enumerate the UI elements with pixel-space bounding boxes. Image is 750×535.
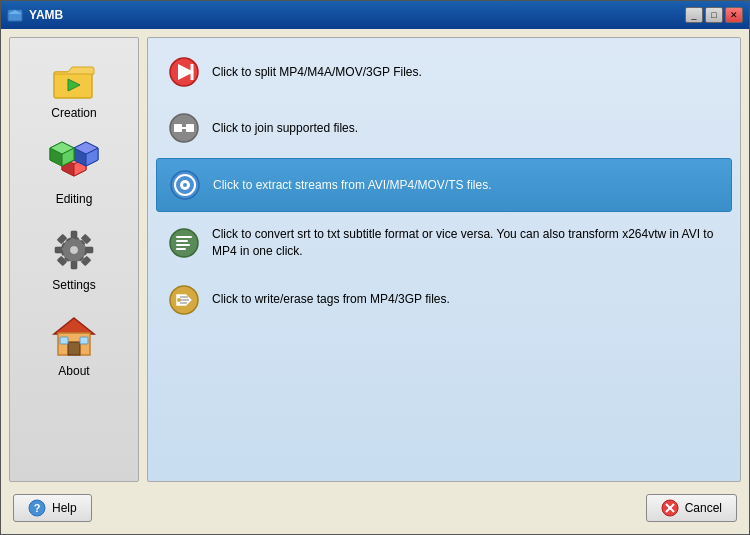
sidebar-item-editing[interactable]: Editing xyxy=(19,132,129,214)
creation-icon xyxy=(50,54,98,102)
svg-rect-32 xyxy=(80,337,88,344)
sidebar-item-creation[interactable]: Creation xyxy=(19,46,129,128)
settings-icon xyxy=(50,226,98,274)
sidebar-item-about[interactable]: About xyxy=(19,304,129,386)
help-icon: ? xyxy=(28,499,46,517)
svg-rect-47 xyxy=(176,244,190,246)
extract-text: Click to extract streams from AVI/MP4/MO… xyxy=(213,177,492,194)
join-icon xyxy=(168,112,200,144)
main-area: Creation xyxy=(9,37,741,482)
content-panel: Click to split MP4/M4A/MOV/3GP Files. Cl… xyxy=(147,37,741,482)
cancel-icon xyxy=(661,499,679,517)
sidebar-settings-label: Settings xyxy=(52,278,95,292)
svg-text:?: ? xyxy=(34,502,41,514)
cancel-button[interactable]: Cancel xyxy=(646,494,737,522)
svg-rect-37 xyxy=(174,124,182,132)
sidebar-item-settings[interactable]: Settings xyxy=(19,218,129,300)
help-button[interactable]: ? Help xyxy=(13,494,92,522)
tags-icon xyxy=(168,284,200,316)
app-icon xyxy=(7,7,23,23)
split-icon xyxy=(168,56,200,88)
close-button[interactable]: ✕ xyxy=(725,7,743,23)
content-item-convert[interactable]: Click to convert srt to txt subtitle for… xyxy=(156,216,732,270)
split-text: Click to split MP4/M4A/MOV/3GP Files. xyxy=(212,64,422,81)
content-item-extract[interactable]: Click to extract streams from AVI/MP4/MO… xyxy=(156,158,732,212)
svg-rect-48 xyxy=(176,248,186,250)
title-bar: YAMB _ □ ✕ xyxy=(1,1,749,29)
svg-marker-28 xyxy=(54,318,94,334)
minimize-button[interactable]: _ xyxy=(685,7,703,23)
svg-rect-31 xyxy=(60,337,68,344)
svg-rect-45 xyxy=(176,236,192,238)
sidebar-editing-label: Editing xyxy=(56,192,93,206)
svg-rect-46 xyxy=(176,240,188,242)
convert-text: Click to convert srt to txt subtitle for… xyxy=(212,226,720,260)
editing-icon xyxy=(50,140,98,188)
title-bar-left: YAMB xyxy=(7,7,63,23)
main-window: YAMB _ □ ✕ Creation xyxy=(0,0,750,535)
maximize-button[interactable]: □ xyxy=(705,7,723,23)
svg-rect-30 xyxy=(68,342,80,355)
svg-point-43 xyxy=(183,183,187,187)
svg-point-44 xyxy=(170,229,198,257)
content-item-join[interactable]: Click to join supported files. xyxy=(156,102,732,154)
sidebar-about-label: About xyxy=(58,364,89,378)
join-text: Click to join supported files. xyxy=(212,120,358,137)
tags-text: Click to write/erase tags from MP4/3GP f… xyxy=(212,291,450,308)
help-label: Help xyxy=(52,501,77,515)
extract-icon xyxy=(169,169,201,201)
sidebar: Creation xyxy=(9,37,139,482)
convert-icon xyxy=(168,227,200,259)
cancel-label: Cancel xyxy=(685,501,722,515)
content-item-tags[interactable]: Click to write/erase tags from MP4/3GP f… xyxy=(156,274,732,326)
svg-rect-38 xyxy=(186,124,194,132)
sidebar-creation-label: Creation xyxy=(51,106,96,120)
bottom-bar: ? Help Cancel xyxy=(9,490,741,526)
window-title: YAMB xyxy=(29,8,63,22)
content-item-split[interactable]: Click to split MP4/M4A/MOV/3GP Files. xyxy=(156,46,732,98)
title-bar-buttons: _ □ ✕ xyxy=(685,7,743,23)
svg-point-17 xyxy=(70,246,78,254)
window-body: Creation xyxy=(1,29,749,534)
about-icon xyxy=(50,312,98,360)
